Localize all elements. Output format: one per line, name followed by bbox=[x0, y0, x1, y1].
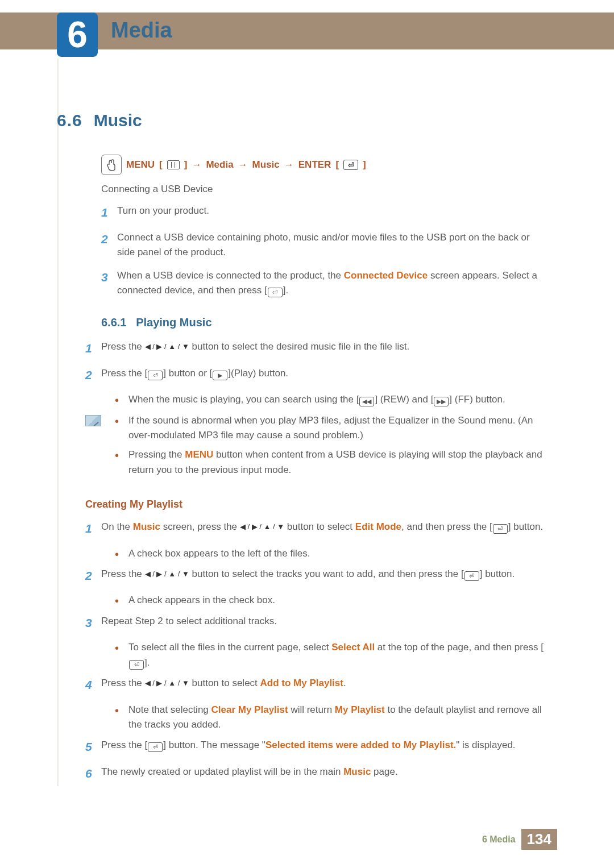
bullet-item: • To select all the files in the current… bbox=[115, 640, 545, 670]
list-item: 4 Press the ◀ / ▶ / ▲ / ▼ button to sele… bbox=[85, 676, 545, 695]
step-number: 2 bbox=[85, 567, 101, 585]
chapter-title: Media bbox=[111, 18, 172, 43]
enter-label: ENTER bbox=[298, 159, 331, 171]
bullet-text: A check box appears to the left of the f… bbox=[128, 546, 545, 561]
list-item: 5 Press the [⏎] button. The message "Sel… bbox=[85, 738, 545, 757]
list-item: 1 Press the ◀ / ▶ / ▲ / ▼ button to sele… bbox=[85, 339, 545, 358]
step-number: 4 bbox=[85, 676, 101, 695]
list-item: 1 Turn on your product. bbox=[101, 203, 545, 222]
enter-icon: ⏎ bbox=[268, 288, 283, 297]
highlight-text: MENU bbox=[185, 449, 213, 460]
note-block: • If the sound is abnormal when you play… bbox=[85, 413, 545, 482]
text: The newly created or updated playlist wi… bbox=[101, 766, 343, 777]
highlight-text: Selected items were added to My Playlist… bbox=[265, 740, 456, 750]
connecting-heading: Connecting a USB Device bbox=[101, 182, 545, 197]
bullet-item: • A check appears in the check box. bbox=[115, 593, 545, 608]
list-item: 2 Press the ◀ / ▶ / ▲ / ▼ button to sele… bbox=[85, 567, 545, 585]
text: Press the [ bbox=[101, 368, 147, 379]
note-icon bbox=[85, 415, 101, 426]
enter-icon: ⏎ bbox=[464, 571, 479, 581]
step-text: Press the ◀ / ▶ / ▲ / ▼ button to select… bbox=[101, 567, 545, 585]
text: button to select the desired music file … bbox=[189, 341, 409, 352]
text: ]. bbox=[144, 657, 150, 668]
text: ]. bbox=[283, 285, 288, 296]
enter-icon: ⏎ bbox=[148, 371, 163, 380]
step-text: Press the [⏎] button. The message "Selec… bbox=[101, 738, 545, 757]
text: Pressing the bbox=[128, 449, 185, 460]
list-item: 3 Repeat Step 2 to select additional tra… bbox=[85, 614, 545, 633]
text: ] (FF) button. bbox=[449, 394, 505, 405]
note-content: • If the sound is abnormal when you play… bbox=[115, 413, 545, 482]
media-label: Media bbox=[206, 159, 233, 171]
text: When the music is playing, you can searc… bbox=[128, 394, 359, 405]
nav-arrows-icon: ◀ / ▶ / ▲ / ▼ bbox=[145, 678, 189, 689]
subsection-number: 6.6.1 bbox=[101, 316, 126, 329]
text: ] button. The message " bbox=[163, 740, 265, 750]
step-number: 2 bbox=[85, 366, 101, 385]
text: , and then press the [ bbox=[401, 521, 492, 532]
text: ](Play) button. bbox=[228, 368, 288, 379]
highlight-text: Connected Device bbox=[344, 270, 428, 281]
menu-label: MENU bbox=[126, 159, 155, 171]
bullet-list: • When the music is playing, you can sea… bbox=[115, 392, 545, 407]
bullet-list: • Note that selecting Clear My Playlist … bbox=[115, 703, 545, 733]
step-text: Turn on your product. bbox=[117, 203, 545, 222]
list-item: 6 The newly created or updated playlist … bbox=[85, 765, 545, 783]
content-body: Connecting a USB Device 1 Turn on your p… bbox=[101, 182, 545, 791]
bullet-text: A check appears in the check box. bbox=[128, 593, 545, 608]
bullet-text: Note that selecting Clear My Playlist wi… bbox=[128, 703, 545, 733]
text: screen, press the bbox=[160, 521, 240, 532]
arrow-icon: → bbox=[192, 159, 201, 171]
text: When a USB device is connected to the pr… bbox=[117, 270, 344, 281]
bullet-text: When the music is playing, you can searc… bbox=[128, 392, 545, 407]
highlight-text: Clear My Playlist bbox=[211, 704, 288, 715]
bullet-icon: • bbox=[115, 703, 128, 733]
text: Note that selecting bbox=[128, 704, 211, 715]
subsection-title: Playing Music bbox=[136, 316, 211, 329]
text: On the bbox=[101, 521, 133, 532]
step-number: 5 bbox=[85, 738, 101, 757]
footer-page-number: 134 bbox=[521, 829, 557, 850]
list-item: 3 When a USB device is connected to the … bbox=[101, 268, 545, 298]
text: Press the bbox=[101, 341, 145, 352]
play-icon: ▶ bbox=[213, 371, 227, 380]
text: " is displayed. bbox=[456, 740, 515, 750]
bullet-item: • If the sound is abnormal when you play… bbox=[115, 413, 545, 443]
bracket-close: ] bbox=[363, 159, 366, 171]
bullet-text: Pressing the MENU button when content fr… bbox=[128, 447, 545, 477]
nav-arrows-icon: ◀ / ▶ / ▲ / ▼ bbox=[145, 568, 189, 580]
step-number: 3 bbox=[101, 268, 117, 298]
text: at the top of the page, and then press [ bbox=[375, 642, 544, 653]
step-text: Connect a USB device containing photo, m… bbox=[117, 230, 545, 260]
step-text: Repeat Step 2 to select additional track… bbox=[101, 614, 545, 633]
bullet-text: To select all the files in the current p… bbox=[128, 640, 545, 670]
bracket-open: [ bbox=[335, 159, 339, 171]
highlight-text: Music bbox=[133, 521, 160, 532]
section-6-6: 6.6 Music bbox=[57, 111, 142, 130]
text: ] button. bbox=[508, 521, 543, 532]
text: Press the bbox=[101, 678, 145, 688]
menu-icon bbox=[167, 160, 180, 169]
arrow-icon: → bbox=[284, 159, 294, 171]
music-label: Music bbox=[252, 159, 280, 171]
bullet-icon: • bbox=[115, 447, 128, 477]
arrow-icon: → bbox=[238, 159, 248, 171]
bullet-list: • A check appears in the check box. bbox=[115, 593, 545, 608]
step-text: When a USB device is connected to the pr… bbox=[117, 268, 545, 298]
step-number: 1 bbox=[85, 339, 101, 358]
step-number: 2 bbox=[101, 230, 117, 260]
highlight-text: My Playlist bbox=[335, 704, 385, 715]
highlight-text: Music bbox=[343, 766, 371, 777]
step-text: Press the ◀ / ▶ / ▲ / ▼ button to select… bbox=[101, 676, 545, 695]
bullet-icon: • bbox=[115, 593, 128, 608]
bullet-icon: • bbox=[115, 546, 128, 561]
bullet-icon: • bbox=[115, 413, 128, 443]
menu-path: MENU [] → Media → Music → ENTER [⏎] bbox=[101, 155, 366, 175]
subsection-6-6-1: 6.6.1 Playing Music bbox=[101, 314, 545, 331]
bullet-icon: • bbox=[115, 392, 128, 407]
list-item: 1 On the Music screen, press the ◀ / ▶ /… bbox=[85, 520, 545, 538]
text: button to select bbox=[189, 678, 260, 688]
footer-chapter-label: 6 Media bbox=[482, 834, 516, 845]
step-number: 3 bbox=[85, 614, 101, 633]
bullet-text: If the sound is abnormal when you play M… bbox=[128, 413, 545, 443]
